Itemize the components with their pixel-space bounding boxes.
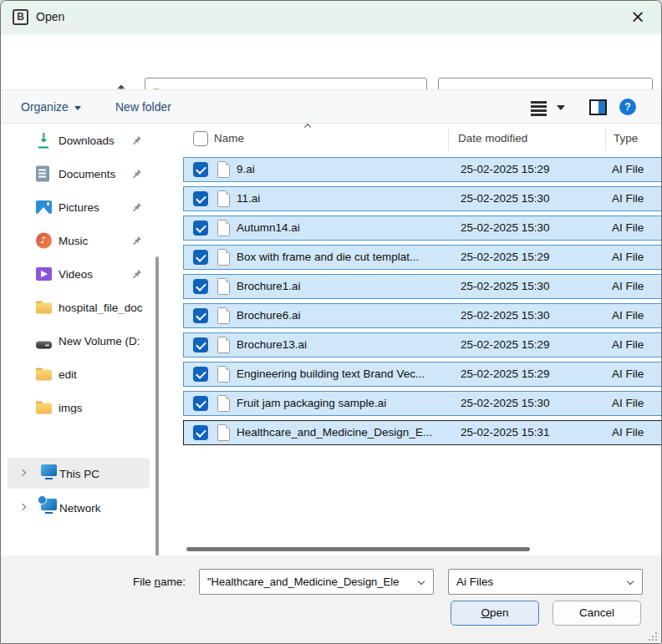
file-type: AI File [612,192,644,205]
file-date: 25-02-2025 15:29 [461,368,550,380]
combo-chevron-icon[interactable] [627,578,634,586]
file-icon [217,366,230,383]
column-divider[interactable] [448,129,449,150]
window-title: Open [36,10,64,23]
file-row[interactable]: Autumn14.ai 25-02-2025 15:30 AI File [183,216,662,241]
preview-pane-icon[interactable] [589,99,607,115]
documents-icon [36,166,49,182]
row-checkbox[interactable] [193,221,208,236]
file-row[interactable]: Brochure6.ai 25-02-2025 15:30 AI File [183,303,662,328]
sidebar-item-network[interactable]: Network [8,492,150,523]
row-checkbox[interactable] [193,279,208,294]
close-icon[interactable]: × [626,6,649,29]
column-header-row: Name Date modified Type [168,124,662,155]
row-checkbox[interactable] [193,396,208,411]
view-list-icon[interactable] [531,101,547,118]
column-header-type[interactable]: Type [614,132,638,145]
row-checkbox[interactable] [193,425,208,440]
organize-caret-icon [74,106,81,110]
cancel-button[interactable]: Cancel [553,601,641,626]
sidebar-item-videos[interactable]: Videos [1,257,155,291]
pin-icon [131,236,142,246]
file-icon [217,190,230,207]
sidebar-item-label: New Volume (D: [59,335,140,347]
horizontal-scrollbar[interactable] [186,547,530,551]
file-type-combobox[interactable]: Ai Files [448,569,643,595]
view-options-caret-icon[interactable] [557,105,565,110]
command-bar: Organize New folder ? [1,89,661,124]
organize-button[interactable]: Organize [21,100,81,114]
sidebar-item-hospital-file-doc[interactable]: hospital_file_doc [1,291,155,324]
expand-chevron-icon[interactable] [19,504,27,511]
select-all-checkbox[interactable] [193,131,208,146]
file-date: 25-02-2025 15:30 [461,192,550,205]
file-name: Brochure1.ai [237,280,301,292]
open-dialog: B Open × ← → ↑ « New ... › smaple_ai... [0,0,662,644]
file-icon [217,161,230,178]
navigation-pane: Downloads Documents Pictures Music Video… [1,124,168,555]
pin-icon [131,169,142,180]
file-type: AI File [612,426,644,439]
sidebar-item-edit[interactable]: edit [1,357,155,391]
file-icon [217,337,230,353]
row-checkbox[interactable] [193,250,208,265]
sidebar-item-music[interactable]: Music [1,224,155,257]
file-name: Brochure6.ai [237,309,301,322]
file-name: 9.ai [237,163,255,175]
file-type: AI File [612,163,644,175]
new-folder-label: New folder [115,100,171,114]
row-checkbox[interactable] [193,191,208,206]
column-divider[interactable] [605,129,606,150]
file-type: AI File [612,397,644,409]
pin-icon [131,135,142,146]
sidebar-item-label: Videos [59,268,93,281]
sidebar-item-new-volume-d[interactable]: New Volume (D: [1,324,155,357]
drive-icon [36,342,52,349]
file-row[interactable]: Fruit jam packaging sample.ai 25-02-2025… [183,391,662,416]
file-type: AI File [612,368,644,380]
file-name: Box with frame and die cut templat... [237,251,419,263]
sidebar-item-label: hospital_file_doc [59,302,143,314]
file-icon [217,307,230,324]
file-date: 25-02-2025 15:30 [461,309,550,322]
file-type: AI File [612,309,644,322]
file-type: AI File [612,221,644,234]
file-name-value[interactable]: "Healthcare_and_Medicine_Design_Ele [207,576,410,588]
new-folder-button[interactable]: New folder [115,100,171,114]
column-header-date-modified[interactable]: Date modified [458,132,527,145]
navigation-bar: ← → ↑ « New ... › smaple_ai... [1,34,661,89]
file-rows: 9.ai 25-02-2025 15:29 AI File 11.ai 25-0… [168,157,662,449]
help-button[interactable]: ? [619,99,636,115]
folder-icon [36,368,52,381]
open-button[interactable]: Open [451,601,539,626]
sidebar-item-label: Network [59,501,101,514]
file-row[interactable]: 9.ai 25-02-2025 15:29 AI File [183,157,662,182]
file-name: Healthcare_and_Medicine_Design_E... [237,426,432,439]
resize-grip[interactable] [645,629,659,642]
file-type: AI File [612,338,644,351]
file-icon [217,395,230,412]
app-icon: B [13,9,28,25]
file-name: Autumn14.ai [237,221,300,234]
sidebar-item-documents[interactable]: Documents [1,157,155,190]
row-checkbox[interactable] [193,162,208,177]
row-checkbox[interactable] [193,308,208,323]
row-checkbox[interactable] [193,337,208,352]
sidebar-item-label: edit [59,368,77,381]
file-row[interactable]: Engineering building text Brand Vec... 2… [183,362,662,387]
file-row[interactable]: Healthcare_and_Medicine_Design_E... 25-0… [183,420,662,445]
file-row[interactable]: Brochure13.ai 25-02-2025 15:29 AI File [183,332,662,357]
combo-chevron-icon[interactable] [418,578,425,586]
sidebar-item-pictures[interactable]: Pictures [1,190,155,224]
file-row[interactable]: Box with frame and die cut templat... 25… [183,245,662,270]
file-icon [217,424,230,441]
sidebar-item-imgs[interactable]: imgs [1,391,155,424]
column-header-name[interactable]: Name [214,132,244,145]
file-row[interactable]: 11.ai 25-02-2025 15:30 AI File [183,186,662,211]
file-name-combobox[interactable]: "Healthcare_and_Medicine_Design_Ele [199,569,434,595]
sidebar-item-this-pc[interactable]: This PC [8,458,150,489]
file-row[interactable]: Brochure1.ai 25-02-2025 15:30 AI File [183,274,662,299]
sidebar-item-downloads[interactable]: Downloads [1,124,155,157]
row-checkbox[interactable] [193,367,208,382]
expand-chevron-icon[interactable] [19,469,27,477]
